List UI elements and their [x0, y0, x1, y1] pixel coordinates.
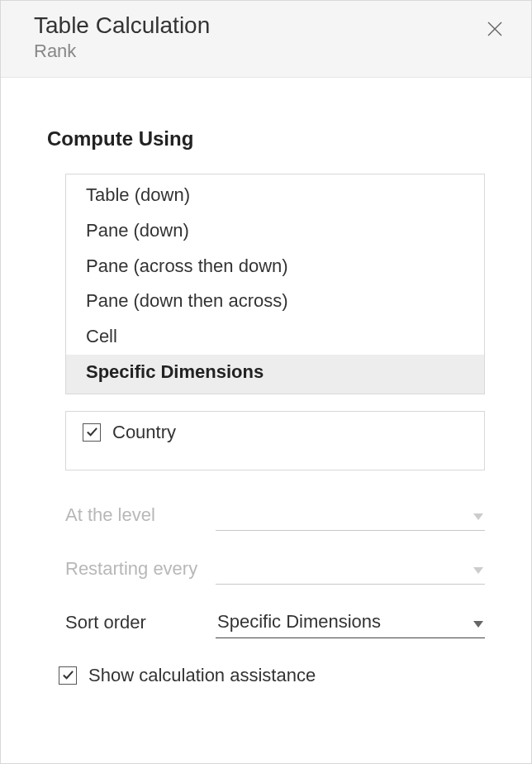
compute-option-cell[interactable]: Cell: [66, 319, 484, 355]
chevron-down-icon: [473, 504, 483, 525]
dialog-title: Table Calculation: [34, 12, 210, 39]
compute-option-specific-dimensions[interactable]: Specific Dimensions: [66, 355, 484, 394]
chevron-down-icon: [473, 611, 483, 633]
dimension-checkbox[interactable]: [83, 423, 101, 442]
dialog-subtitle: Rank: [34, 41, 210, 62]
sort-order-label: Sort order: [65, 612, 216, 633]
compute-option-pane-across-down[interactable]: Pane (across then down): [66, 249, 484, 284]
dialog-header: Table Calculation Rank: [1, 1, 531, 78]
compute-option-table-down[interactable]: Table (down): [66, 174, 484, 213]
show-assistance-row[interactable]: Show calculation assistance: [59, 665, 485, 686]
compute-using-options: Table (down) Pane (down) Pane (across th…: [65, 174, 485, 394]
table-calculation-dialog: Table Calculation Rank Compute Using Tab…: [0, 0, 532, 764]
restarting-label: Restarting every: [65, 558, 216, 580]
close-button[interactable]: [482, 17, 508, 44]
at-level-label: At the level: [65, 504, 216, 526]
dimension-row[interactable]: Country: [83, 422, 468, 443]
close-icon: [485, 19, 505, 42]
specific-dimensions-panel: Country: [65, 411, 485, 470]
sort-order-row: Sort order Specific Dimensions: [65, 608, 485, 638]
assistance-label: Show calculation assistance: [88, 665, 316, 686]
svg-marker-4: [473, 621, 483, 628]
header-text-block: Table Calculation Rank: [34, 12, 210, 62]
dialog-content: Compute Using Table (down) Pane (down) P…: [1, 78, 531, 703]
compute-option-pane-down[interactable]: Pane (down): [66, 213, 484, 249]
compute-using-label: Compute Using: [47, 127, 485, 150]
compute-option-pane-down-across[interactable]: Pane (down then across): [66, 284, 484, 319]
at-level-row: At the level: [65, 500, 485, 531]
assistance-checkbox[interactable]: [59, 666, 77, 685]
svg-marker-3: [473, 567, 483, 574]
restarting-select: [216, 554, 485, 585]
dimension-label: Country: [112, 422, 176, 443]
chevron-down-icon: [473, 557, 483, 579]
svg-marker-2: [473, 513, 483, 520]
sort-order-select[interactable]: Specific Dimensions: [216, 608, 485, 638]
at-level-select: [216, 500, 485, 531]
restarting-row: Restarting every: [65, 554, 485, 585]
sort-order-value: Specific Dimensions: [217, 611, 381, 633]
